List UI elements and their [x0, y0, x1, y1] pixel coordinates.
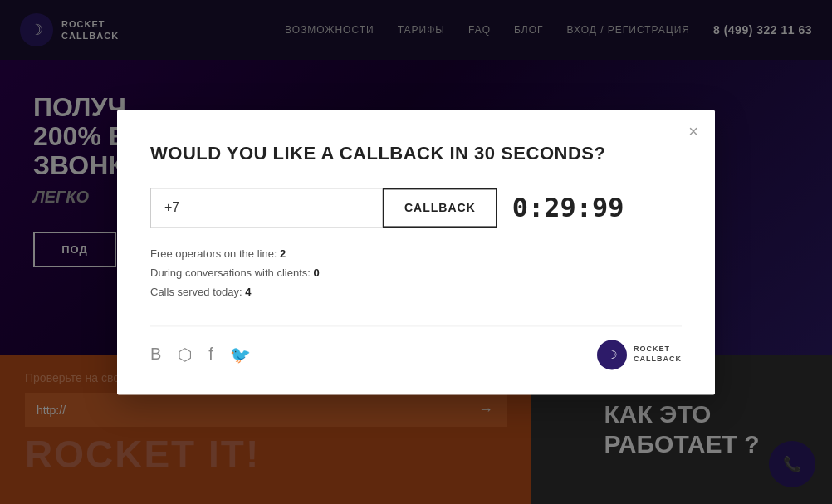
calls-today-stat: Calls served today: 4: [150, 283, 682, 302]
footer-logo: ☽ ROCKET CALLBACK: [597, 340, 682, 369]
free-operators-stat: Free operators on the line: 2: [150, 244, 682, 263]
modal-close-button[interactable]: ×: [688, 123, 698, 139]
vk-icon[interactable]: B: [150, 345, 161, 365]
social-icons: B ⬡ f 🐦: [150, 345, 251, 365]
phone-input[interactable]: [150, 188, 383, 228]
conversations-stat: During conversations with clients: 0: [150, 263, 682, 282]
twitter-icon[interactable]: 🐦: [230, 345, 251, 365]
callback-modal: × WOULD YOU LIKE A CALLBACK IN 30 SECOND…: [117, 110, 715, 394]
countdown-timer: 0:29:99: [512, 192, 624, 223]
facebook-icon[interactable]: f: [208, 345, 213, 365]
instagram-icon[interactable]: ⬡: [178, 345, 192, 365]
modal-footer: B ⬡ f 🐦 ☽ ROCKET CALLBACK: [150, 325, 682, 369]
footer-logo-icon: ☽: [597, 340, 627, 369]
modal-title: WOULD YOU LIKE A CALLBACK IN 30 SECONDS?: [150, 143, 682, 164]
footer-logo-text: ROCKET CALLBACK: [634, 345, 682, 364]
callback-button[interactable]: CALLBACK: [383, 188, 497, 228]
modal-input-row: CALLBACK 0:29:99: [150, 188, 682, 228]
stats-section: Free operators on the line: 2 During con…: [150, 244, 682, 302]
